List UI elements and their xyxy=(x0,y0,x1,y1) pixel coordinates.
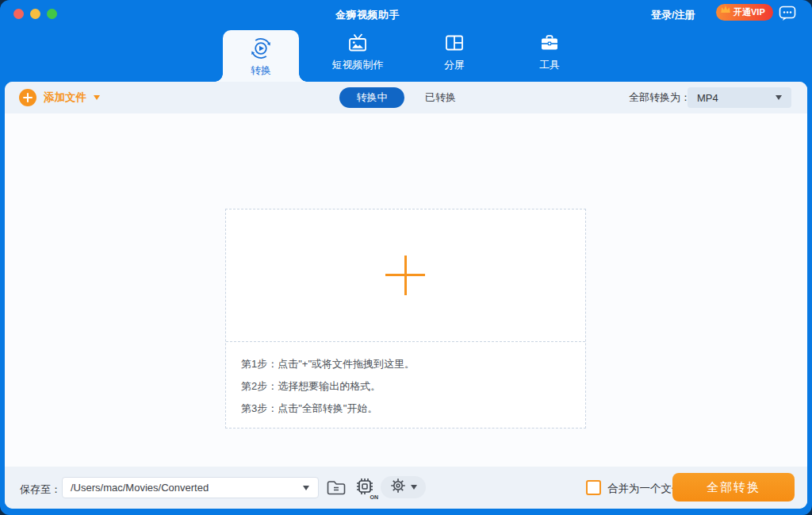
app-window: 金狮视频助手 登录/注册 开通VIP 转换 xyxy=(0,0,812,515)
tab-converted[interactable]: 已转换 xyxy=(425,90,456,105)
chevron-down-icon xyxy=(411,485,417,490)
gpu-on-badge: ON xyxy=(370,494,379,500)
dropzone[interactable]: 第1步：点击"+"或将文件拖拽到这里。 第2步：选择想要输出的格式。 第3步：点… xyxy=(225,209,586,429)
tv-image-icon xyxy=(347,30,369,56)
output-format-value: MP4 xyxy=(697,92,718,104)
close-button[interactable] xyxy=(13,9,24,19)
footer-bar: 保存至： /Users/mac/Movies/Converted xyxy=(5,467,807,509)
zoom-button[interactable] xyxy=(47,9,57,19)
add-files-label: 添加文件 xyxy=(44,90,86,105)
vip-label: 开通VIP xyxy=(733,6,765,18)
save-to-label: 保存至： xyxy=(20,482,61,497)
convert-arrows-play-icon xyxy=(249,36,273,61)
tab-convert[interactable]: 转换 xyxy=(223,30,299,82)
main-area: 第1步：点击"+"或将文件拖拽到这里。 第2步：选择想要输出的格式。 第3步：点… xyxy=(5,113,807,467)
instruction-step-1: 第1步：点击"+"或将文件拖拽到这里。 xyxy=(241,357,415,371)
convert-status-toggle: 转换中 已转换 xyxy=(339,87,456,108)
settings-button[interactable] xyxy=(381,476,426,498)
open-output-folder-button[interactable] xyxy=(325,477,347,501)
chevron-down-icon[interactable] xyxy=(94,95,100,100)
login-register-link[interactable]: 登录/注册 xyxy=(651,8,695,22)
tab-converting[interactable]: 转换中 xyxy=(339,87,404,108)
content-panel: 添加文件 转换中 已转换 全部转换为： MP4 第1步：点击"+"或将文件拖拽到… xyxy=(5,82,807,509)
tab-short-video[interactable]: 短视频制作 xyxy=(310,30,405,79)
chevron-down-icon xyxy=(303,486,309,490)
crown-icon xyxy=(720,3,731,17)
toolbox-icon xyxy=(539,30,560,56)
vip-button[interactable]: 开通VIP xyxy=(716,4,773,21)
gpu-acceleration-button[interactable]: ON xyxy=(354,476,375,500)
dropzone-divider xyxy=(226,341,585,342)
tab-short-video-label: 短视频制作 xyxy=(332,58,384,72)
chevron-down-icon xyxy=(776,95,782,100)
tab-tools[interactable]: 工具 xyxy=(502,30,597,79)
folder-icon xyxy=(325,486,347,500)
traffic-lights xyxy=(13,9,57,19)
minimize-button[interactable] xyxy=(30,9,40,19)
app-title: 金狮视频助手 xyxy=(335,8,400,22)
convert-all-to-label: 全部转换为： xyxy=(629,82,691,113)
tab-convert-label: 转换 xyxy=(251,63,271,78)
merge-into-one-label[interactable]: 合并为一个文件 xyxy=(607,482,683,496)
save-path-value: /Users/mac/Movies/Converted xyxy=(63,482,303,494)
convert-all-button[interactable]: 全部转换 xyxy=(672,473,795,502)
feedback-button[interactable] xyxy=(779,6,796,25)
split-screen-icon xyxy=(444,30,465,56)
save-path-field[interactable]: /Users/mac/Movies/Converted xyxy=(62,477,319,498)
gear-icon xyxy=(390,478,406,497)
plus-icon xyxy=(404,256,407,295)
add-files-button[interactable]: 添加文件 xyxy=(19,82,100,113)
plus-bar xyxy=(27,93,29,102)
tab-tools-label: 工具 xyxy=(539,58,560,72)
tab-split-screen-label: 分屏 xyxy=(444,58,465,72)
tab-split-screen[interactable]: 分屏 xyxy=(407,30,502,79)
plus-circle-icon xyxy=(19,89,36,106)
merge-into-one-checkbox[interactable] xyxy=(586,480,601,495)
instruction-step-3: 第3步：点击"全部转换"开始。 xyxy=(241,402,377,416)
chat-bubble-icon xyxy=(779,10,796,24)
output-format-select[interactable]: MP4 xyxy=(688,87,791,108)
subtoolbar: 添加文件 转换中 已转换 全部转换为： MP4 xyxy=(5,82,807,113)
instruction-step-2: 第2步：选择想要输出的格式。 xyxy=(241,379,381,394)
